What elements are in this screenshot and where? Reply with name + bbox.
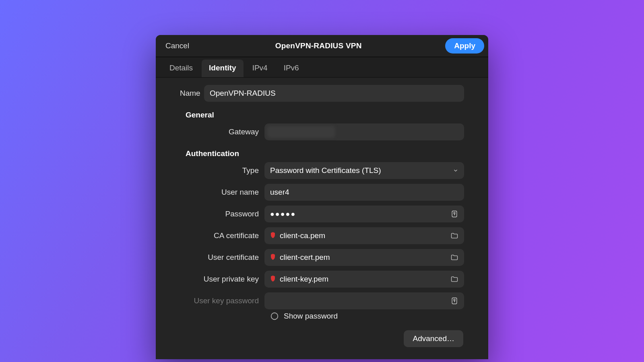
dialog-header: Cancel OpenVPN-RADIUS VPN Apply (156, 35, 488, 57)
gateway-input-wrap (264, 123, 464, 140)
row-user-cert: User certificate client-cert.pem (180, 249, 464, 266)
section-authentication: Authentication (186, 149, 464, 158)
tab-details[interactable]: Details (162, 60, 200, 77)
keyring-icon[interactable] (450, 210, 458, 218)
tab-bar: Details Identity IPv4 IPv6 (156, 57, 488, 78)
auth-type-label: Type (180, 166, 264, 175)
user-key-chooser[interactable]: client-key.pem (264, 271, 464, 288)
dialog-title: OpenVPN-RADIUS VPN (192, 41, 445, 50)
gateway-redacted (267, 126, 335, 138)
password-masked: ●●●●● (270, 210, 296, 218)
password-field[interactable]: ●●●●● (264, 206, 464, 222)
user-cert-label: User certificate (180, 253, 264, 262)
gateway-label: Gateway (180, 128, 264, 136)
key-file-icon (270, 276, 276, 283)
vpn-settings-dialog: Cancel OpenVPN-RADIUS VPN Apply Details … (156, 35, 488, 359)
tab-ipv4[interactable]: IPv4 (245, 60, 275, 77)
folder-icon (450, 253, 458, 261)
footer: Advanced… (180, 321, 464, 347)
identity-panel: Name General Gateway Authentication Type (156, 78, 488, 359)
certificate-icon (270, 254, 276, 261)
svg-point-2 (271, 313, 278, 320)
auth-type-value: Password with Certificates (TLS) (270, 166, 381, 175)
section-general: General (186, 111, 464, 119)
username-input[interactable] (270, 188, 458, 197)
user-cert-chooser[interactable]: client-cert.pem (264, 249, 464, 266)
keyring-icon[interactable] (450, 297, 458, 305)
svg-point-1 (454, 299, 455, 301)
name-label: Name (180, 89, 204, 98)
user-cert-filename: client-cert.pem (280, 253, 330, 262)
user-key-label: User private key (180, 275, 264, 284)
folder-icon (450, 232, 458, 240)
auth-type-select[interactable]: Password with Certificates (TLS) (264, 162, 464, 179)
name-input[interactable] (210, 89, 458, 98)
ca-cert-chooser[interactable]: client-ca.pem (264, 227, 464, 244)
svg-point-0 (454, 212, 455, 214)
user-key-password-label: User key password (180, 296, 264, 305)
radio-unchecked-icon (270, 312, 279, 321)
row-user-key: User private key client-key.pem (180, 271, 464, 288)
apply-button[interactable]: Apply (445, 38, 484, 53)
ca-cert-label: CA certificate (180, 231, 264, 240)
row-name: Name (180, 85, 464, 102)
show-password-label: Show password (284, 312, 338, 321)
tab-identity[interactable]: Identity (202, 60, 244, 77)
tab-ipv6[interactable]: IPv6 (277, 60, 306, 77)
user-key-password-field[interactable] (264, 292, 464, 309)
advanced-button[interactable]: Advanced… (404, 330, 463, 347)
folder-icon (450, 275, 458, 283)
user-key-filename: client-key.pem (280, 275, 328, 284)
username-label: User name (180, 188, 264, 197)
row-gateway: Gateway (180, 123, 464, 140)
show-password-toggle[interactable]: Show password (270, 312, 464, 321)
ca-cert-filename: client-ca.pem (280, 231, 325, 240)
row-auth-type: Type Password with Certificates (TLS) (180, 162, 464, 179)
password-label: Password (180, 210, 264, 218)
row-username: User name (180, 184, 464, 201)
name-input-wrap (204, 85, 464, 102)
cancel-button[interactable]: Cancel (163, 39, 192, 53)
chevron-down-icon (453, 168, 458, 173)
row-password: Password ●●●●● (180, 206, 464, 222)
username-input-wrap (264, 184, 464, 201)
row-ca-cert: CA certificate client-ca.pem (180, 227, 464, 244)
row-user-key-password: User key password (180, 292, 464, 309)
certificate-icon (270, 232, 276, 239)
